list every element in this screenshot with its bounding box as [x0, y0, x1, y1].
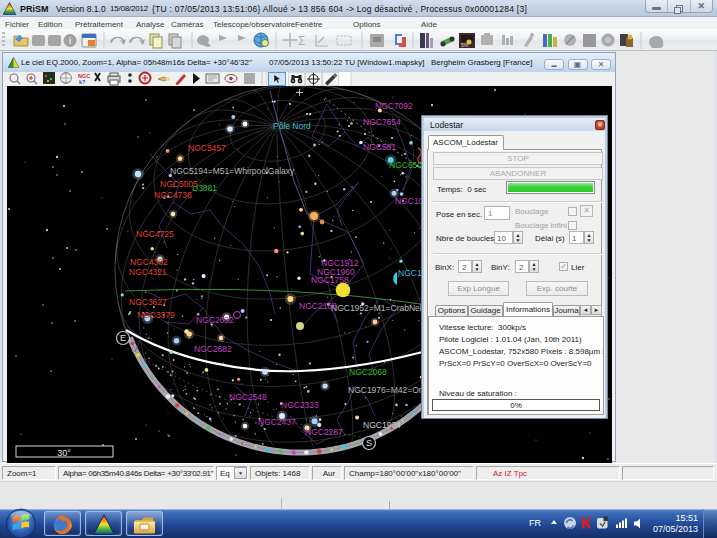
svg-text:30°: 30° [57, 448, 71, 458]
svg-text:NGC2168: NGC2168 [299, 301, 337, 311]
svg-text:NGC7092: NGC7092 [375, 101, 413, 111]
svg-text:NGC4382: NGC4382 [130, 257, 168, 267]
svg-text:E: E [120, 333, 126, 343]
svg-text:NGC2323: NGC2323 [281, 400, 319, 410]
svg-text:Pôle Nord: Pôle Nord [273, 121, 311, 131]
svg-text:NGC3627: NGC3627 [129, 297, 167, 307]
svg-text:NGC2682: NGC2682 [194, 344, 232, 354]
svg-text:NGC4321: NGC4321 [129, 267, 167, 277]
svg-text:NGC3379: NGC3379 [137, 310, 175, 320]
svg-text:Σ: Σ [298, 34, 305, 48]
svg-text:NGC2287: NGC2287 [305, 427, 343, 437]
svg-text:i: i [69, 36, 72, 46]
svg-text:NGC5457: NGC5457 [188, 143, 226, 153]
svg-text:k?: k? [79, 79, 86, 85]
svg-text:NGC5194=M51=WhirpoolGalaxy: NGC5194=M51=WhirpoolGalaxy [170, 166, 295, 176]
svg-text:NGC7654: NGC7654 [363, 117, 401, 127]
svg-text:NGC1758: NGC1758 [311, 275, 349, 285]
svg-text:NGC2548: NGC2548 [229, 392, 267, 402]
svg-text:NGC2068: NGC2068 [349, 367, 387, 377]
svg-text:S: S [366, 438, 372, 448]
svg-text:NGC4725: NGC4725 [136, 229, 174, 239]
svg-text:NGC2437: NGC2437 [258, 417, 296, 427]
svg-text:NGC2632: NGC2632 [196, 315, 234, 325]
svg-text:NGC4736: NGC4736 [154, 190, 192, 200]
svg-text:NGC650: NGC650 [389, 160, 422, 170]
svg-text:NGC1904: NGC1904 [363, 420, 401, 430]
svg-text:5%: 5% [461, 42, 469, 48]
svg-text:U3881: U3881 [192, 183, 217, 193]
svg-text:NGC581: NGC581 [363, 142, 396, 152]
